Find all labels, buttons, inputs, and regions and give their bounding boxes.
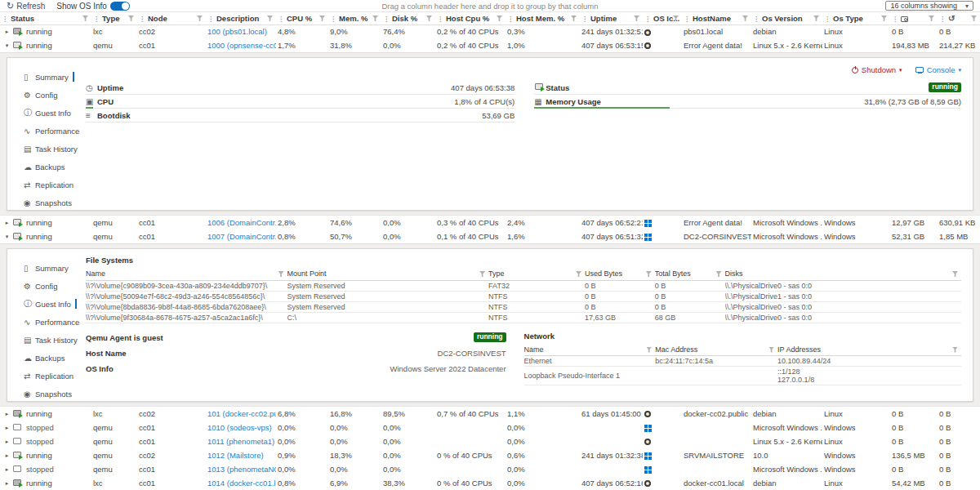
filter-funnel-icon[interactable] (128, 16, 134, 21)
filter-funnel-icon[interactable] (372, 16, 378, 21)
expand-arrow-icon[interactable]: ▸ (2, 452, 12, 459)
tab-snapshots[interactable]: ◉Snapshots (24, 194, 86, 212)
col-header-cpu[interactable]: ⋮CPU % (276, 12, 328, 24)
vm-link[interactable]: 1014 (docker-cc01.lo... (207, 479, 276, 488)
columns-showing-dropdown[interactable]: 16 columns showing ▾ (885, 1, 973, 11)
vm-link[interactable]: 1007 (DomainContr... (207, 232, 276, 241)
col-header-sync[interactable]: ⋮↺ (938, 12, 980, 24)
tab-snapshots[interactable]: ◉Snapshots (24, 385, 86, 403)
filter-funnel-icon[interactable] (278, 271, 284, 277)
refresh-button[interactable]: ↻ Refresh (7, 2, 45, 11)
tab-task-history[interactable]: ▤Task History (24, 331, 86, 349)
col-header-hostname[interactable]: ⋮HostName (682, 12, 751, 24)
shutdown-button[interactable]: Shutdown ▾ (852, 65, 902, 74)
filter-funnel-icon[interactable] (971, 16, 977, 21)
agent-row-host-name: Host NameDC2-CORSINVEST (86, 345, 506, 361)
filter-funnel-icon[interactable] (813, 16, 819, 21)
tab-config[interactable]: ⚙Config (24, 277, 86, 295)
expand-arrow-icon[interactable]: ▸ (2, 425, 12, 431)
tab-backups[interactable]: ☁Backups (24, 349, 86, 367)
col-header-os-type[interactable]: ⋮Os Type (822, 12, 890, 24)
vm-link[interactable]: 1011 (phenometa1) (207, 437, 274, 446)
filter-funnel-icon[interactable] (716, 271, 722, 277)
tab-backups[interactable]: ☁Backups (24, 158, 86, 176)
col-header-node[interactable]: ⋮Node (137, 12, 206, 24)
vm-link[interactable]: 1000 (opnsense-cc01) (207, 41, 276, 50)
filter-funnel-icon[interactable] (479, 271, 485, 277)
vm-grid: ▸runninglxccc02101 (docker-cc02.pu...6,8… (0, 407, 980, 490)
filter-funnel-icon[interactable] (267, 16, 273, 21)
network-col-mac-address[interactable]: Mac Address (655, 344, 777, 356)
col-header-host-cpu[interactable]: ⋮Host Cpu % (435, 12, 506, 24)
filter-funnel-icon[interactable] (576, 271, 581, 277)
tab-replication[interactable]: ⇄Replication (24, 176, 86, 194)
col-header-disk[interactable]: ⋮Disk % (381, 12, 435, 24)
filter-funnel-icon[interactable] (571, 16, 577, 21)
tab-label: Snapshots (35, 198, 72, 207)
tab-replication[interactable]: ⇄Replication (24, 367, 86, 385)
file-systems-col-disks[interactable]: Disks (725, 268, 962, 280)
vm-link[interactable]: 1006 (DomainContr... (207, 218, 276, 227)
tab-config[interactable]: ⚙Config (24, 86, 86, 104)
filter-funnel-icon[interactable] (82, 16, 88, 21)
network-col-name[interactable]: Name (524, 344, 656, 356)
tab-performance[interactable]: ∿Performance (24, 122, 86, 140)
expand-arrow-icon[interactable]: ▸ (2, 439, 12, 445)
filter-funnel-icon[interactable] (426, 16, 432, 21)
col-header-description[interactable]: ⋮Description (206, 12, 276, 24)
vm-link[interactable]: 101 (docker-cc02.pu... (207, 409, 276, 418)
filter-funnel-icon[interactable] (952, 347, 958, 353)
col-header-mem[interactable]: ⋮Mem. % (328, 12, 381, 24)
expand-arrow-icon[interactable]: ▸ (2, 220, 12, 226)
network-col-ip-addresses[interactable]: IP Addresses (777, 344, 961, 356)
col-header-label: IP Addresses (777, 345, 821, 354)
col-header-uptime[interactable]: ⋮Uptime (580, 12, 643, 24)
filter-funnel-icon[interactable] (742, 16, 748, 21)
detail-panel-summary: ▯Summary⚙ConfigⓘGuest Info∿Performance▤T… (7, 57, 973, 211)
file-systems-cell-used-bytes: 0 B (585, 280, 655, 291)
expand-arrow-icon[interactable]: ▸ (2, 411, 12, 417)
file-systems-col-type[interactable]: Type (488, 268, 585, 280)
tab-summary[interactable]: ▯Summary (24, 259, 86, 277)
expand-arrow-icon[interactable]: ▾ (2, 234, 12, 240)
col-header-os-version[interactable]: ⋮Os Version (751, 12, 822, 24)
file-systems-cell-total-bytes: 0 B (655, 280, 725, 291)
filter-funnel-icon[interactable] (497, 16, 502, 21)
console-button[interactable]: Console ▾ (915, 65, 961, 74)
col-header-type[interactable]: ⋮Type (91, 12, 137, 24)
expand-arrow-icon[interactable]: ▸ (2, 29, 12, 35)
filter-funnel-icon[interactable] (197, 16, 203, 21)
file-systems-col-name[interactable]: Name (86, 268, 287, 280)
filter-funnel-icon[interactable] (646, 271, 652, 277)
file-systems-col-mount-point[interactable]: Mount Point (287, 268, 489, 280)
filter-funnel-icon[interactable] (646, 347, 652, 353)
expand-arrow-icon[interactable]: ▸ (2, 466, 12, 473)
col-header-os-ic[interactable]: ⋮OS Ic... (643, 12, 682, 24)
vm-link[interactable]: 1010 (sodeos-vps) (207, 423, 272, 432)
vm-link[interactable]: 1013 (phenometaNG) (207, 465, 276, 474)
filter-funnel-icon[interactable] (881, 16, 887, 21)
col-header-camera[interactable]: ⋮ (890, 12, 938, 24)
filter-funnel-icon[interactable] (634, 16, 639, 21)
uptime-cell (580, 434, 643, 448)
filter-funnel-icon[interactable] (929, 16, 934, 21)
tab-summary[interactable]: ▯Summary (24, 68, 86, 86)
tab-performance[interactable]: ∿Performance (24, 313, 86, 331)
tab-guest-info[interactable]: ⓘGuest Info (24, 295, 86, 313)
file-systems-col-total-bytes[interactable]: Total Bytes (655, 268, 725, 280)
filter-funnel-icon[interactable] (768, 347, 774, 353)
host-cell: docker-cc02.public (682, 407, 751, 421)
vm-link[interactable]: 100 (pbs01.local) (207, 27, 267, 36)
expand-arrow-icon[interactable]: ▸ (2, 480, 12, 487)
filter-funnel-icon[interactable] (952, 271, 958, 277)
file-systems-col-used-bytes[interactable]: Used Bytes (585, 268, 655, 280)
vm-link[interactable]: 1012 (Mailstore) (207, 451, 264, 460)
tab-task-history[interactable]: ▤Task History (24, 140, 86, 158)
expand-arrow-icon[interactable]: ▾ (2, 42, 12, 49)
col-header-status[interactable]: ⋮Status (0, 12, 91, 24)
status-label: stopped (26, 437, 54, 446)
tab-guest-info[interactable]: ⓘGuest Info (24, 104, 86, 122)
show-os-info-toggle[interactable] (110, 2, 130, 11)
filter-funnel-icon[interactable] (319, 16, 325, 21)
col-header-host-mem[interactable]: ⋮Host Mem. % (506, 12, 580, 24)
